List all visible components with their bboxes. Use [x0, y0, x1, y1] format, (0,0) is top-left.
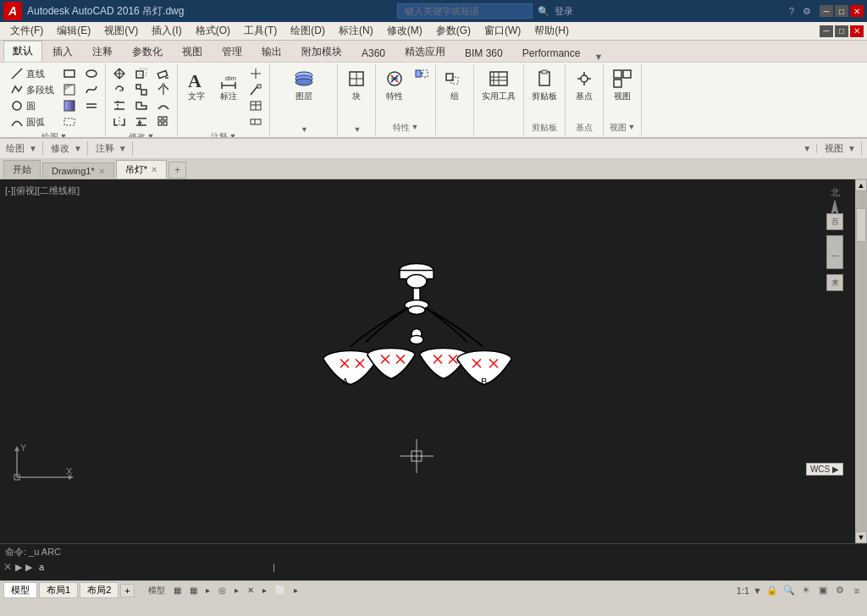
tab-output[interactable]: 输出 [252, 41, 291, 62]
rotate-btn[interactable] [109, 82, 130, 97]
doc-tab-drawing1[interactable]: Drawing1* ✕ [42, 162, 114, 179]
mirror-btn[interactable] [109, 114, 130, 129]
ellipse-btn[interactable] [81, 66, 102, 81]
otrack-btn[interactable]: ✕ [244, 585, 257, 596]
annotate-icon[interactable]: ▣ [816, 584, 830, 597]
menu-window[interactable]: 窗口(W) [478, 22, 527, 40]
cmd-input-field[interactable] [36, 561, 273, 573]
sub-expand-dropdown[interactable]: ▼ [848, 144, 856, 153]
sub-draw-label[interactable]: 绘图 [3, 141, 27, 156]
model-tab[interactable]: 模型 [3, 582, 37, 598]
ribbon-dropdown-btn[interactable]: ▼ [594, 52, 603, 62]
sub-annotation-dropdown[interactable]: ▼ [119, 144, 127, 153]
scroll-up-btn[interactable]: ▲ [855, 179, 867, 191]
osnap-btn[interactable]: ▸ [231, 585, 242, 596]
tab-featured[interactable]: 精选应用 [395, 41, 455, 62]
scroll-down-btn[interactable]: ▼ [855, 531, 867, 543]
help-btn[interactable]: ? [786, 5, 798, 17]
app-maximize-btn[interactable]: □ [835, 5, 848, 17]
snap-toggle[interactable]: 模型 [145, 584, 168, 597]
ortho-btn[interactable]: ▸ [202, 585, 213, 596]
scale-btn[interactable] [131, 82, 152, 97]
properties-dropdown[interactable]: ▼ [411, 123, 419, 131]
cmd-close-btn[interactable]: ✕ [3, 561, 12, 573]
polar-btn[interactable]: ◎ [215, 585, 229, 596]
erase-btn[interactable] [153, 66, 174, 81]
sub-view-dropdown[interactable]: ▼ [803, 144, 811, 153]
tab-manage[interactable]: 管理 [213, 41, 251, 62]
view-btn[interactable]: 视图 [607, 66, 638, 105]
rect-btn[interactable] [59, 66, 80, 81]
zoom-icon[interactable]: 🔍 [782, 584, 796, 597]
annotation-dropdown[interactable]: ▼ [229, 132, 237, 139]
groups-btn[interactable]: 组 [439, 66, 470, 105]
trim-btn[interactable] [109, 98, 130, 113]
add-layout-btn[interactable]: + [120, 584, 134, 597]
scale-dropdown[interactable]: ▼ [753, 586, 762, 596]
sub-annotation-label[interactable]: 注释 [93, 141, 117, 156]
menu-format[interactable]: 格式(O) [189, 22, 237, 40]
search-input[interactable] [397, 3, 533, 19]
sub-modify-label[interactable]: 修改 [48, 141, 72, 156]
table-btn[interactable] [246, 98, 266, 113]
layout2-tab[interactable]: 布局2 [80, 582, 119, 598]
sub-modify-dropdown[interactable]: ▼ [74, 144, 82, 153]
leader-btn[interactable] [246, 82, 266, 97]
app-settings-btn[interactable]: ⚙ [799, 5, 815, 18]
gradient-btn[interactable] [59, 98, 80, 113]
user-login[interactable]: 登录 [555, 5, 573, 18]
search-icon[interactable]: 🔍 [538, 6, 549, 17]
menu-edit[interactable]: 编辑(E) [50, 22, 97, 40]
multiline-btn[interactable] [81, 98, 102, 113]
menu-help[interactable]: 帮助(H) [527, 22, 576, 40]
arc-btn[interactable]: 圆弧 [7, 114, 58, 129]
center-mark-btn[interactable] [246, 66, 266, 81]
properties-btn[interactable]: 特性 [379, 66, 410, 105]
clipboard-btn[interactable]: 剪贴板 [527, 66, 561, 105]
polyline-btn[interactable]: 多段线 [7, 82, 58, 97]
app-minimize-btn[interactable]: ─ [820, 5, 833, 17]
move-btn[interactable] [109, 66, 130, 81]
tab-insert[interactable]: 插入 [43, 41, 82, 62]
text-btn[interactable]: A 文字 [181, 66, 212, 105]
layer-btn[interactable]: 图层 [283, 66, 325, 105]
array-btn[interactable] [153, 114, 174, 129]
tolerance-btn[interactable] [246, 114, 266, 129]
tab-bim360[interactable]: BIM 360 [456, 44, 512, 62]
draw-dropdown[interactable]: ▼ [60, 132, 68, 139]
menu-draw[interactable]: 绘图(D) [284, 22, 332, 40]
sub-expand-label[interactable]: 视图 [822, 141, 846, 156]
view-dropdown[interactable]: ▼ [628, 123, 636, 131]
match-prop-btn[interactable] [411, 66, 432, 81]
tab-parametric[interactable]: 参数化 [123, 41, 172, 62]
hatch-btn[interactable] [59, 82, 80, 97]
menu-modify[interactable]: 修改(M) [380, 22, 429, 40]
lock-icon[interactable]: 🔒 [765, 584, 779, 597]
win-close-btn[interactable]: ✕ [850, 25, 864, 37]
menu-dimension[interactable]: 标注(N) [332, 22, 380, 40]
layout1-tab[interactable]: 布局1 [39, 582, 78, 598]
utilities-btn[interactable]: 实用工具 [478, 66, 520, 105]
doc-tab-drawing1-close[interactable]: ✕ [98, 167, 105, 176]
grid-btn2[interactable]: ▦ [186, 585, 201, 596]
stretch-btn[interactable] [131, 98, 152, 113]
menu-tools[interactable]: 工具(T) [237, 22, 284, 40]
modify-dropdown[interactable]: ▼ [147, 132, 155, 139]
offset-btn[interactable] [153, 98, 174, 113]
spline-btn[interactable] [81, 82, 102, 97]
tab-annotation[interactable]: 注释 [83, 41, 122, 62]
block-dropdown[interactable]: ▼ [354, 125, 362, 134]
tab-performance[interactable]: Performance [513, 44, 590, 62]
block-btn[interactable]: 块 [341, 66, 372, 105]
scroll-track[interactable] [855, 191, 867, 531]
ducs-btn[interactable]: ▸ [259, 585, 270, 596]
doc-tab-chandelier-close[interactable]: ✕ [151, 165, 157, 174]
menu-insert[interactable]: 插入(I) [145, 22, 188, 40]
sun-icon[interactable]: ☀ [799, 584, 813, 597]
tab-default[interactable]: 默认 [3, 41, 42, 62]
scroll-thumb[interactable] [856, 208, 866, 242]
tab-a360[interactable]: A360 [352, 44, 395, 62]
toolbar-icon[interactable]: ≡ [850, 584, 864, 597]
menu-view[interactable]: 视图(V) [97, 22, 145, 40]
menu-params[interactable]: 参数(G) [429, 22, 478, 40]
